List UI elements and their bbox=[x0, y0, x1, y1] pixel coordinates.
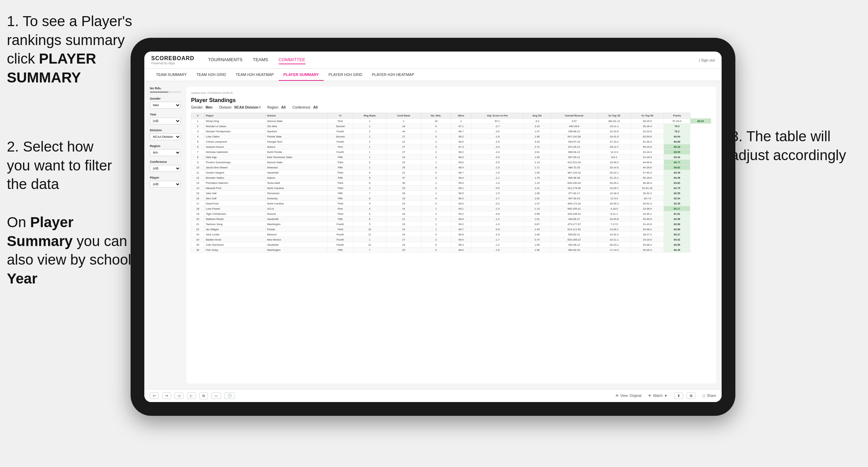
cell-value: 8-6-1 bbox=[598, 155, 631, 160]
cell-value: 1.71 bbox=[524, 165, 551, 170]
cell-value: 0 bbox=[421, 170, 451, 175]
subnav-player-summary[interactable]: PLAYER SUMMARY bbox=[279, 69, 324, 81]
cell-value: 23 bbox=[386, 186, 421, 191]
school-name: North Florida bbox=[266, 149, 327, 155]
sign-out-link[interactable]: | Sign out bbox=[699, 58, 715, 62]
cell-value: 68.4 bbox=[451, 165, 471, 170]
cell-value: 69.2 bbox=[451, 222, 471, 227]
school-name: East Tennessee State bbox=[266, 155, 327, 160]
cell-value: 0 bbox=[421, 242, 451, 247]
cell-value: Fifth bbox=[327, 175, 353, 180]
cell-value: Fifth bbox=[327, 247, 353, 253]
share-icon: ⬡ bbox=[702, 394, 705, 398]
nav-tournaments[interactable]: TOURNAMENTS bbox=[208, 56, 243, 64]
watch-btn[interactable]: 👁 Watch ▼ bbox=[648, 394, 667, 398]
division-select[interactable]: NCAA Division I bbox=[150, 133, 181, 140]
school-name: Texas A&M bbox=[266, 180, 327, 186]
undo-btn[interactable]: ↩ bbox=[150, 392, 159, 399]
cell-value: 5 bbox=[353, 211, 386, 216]
dash-btn[interactable]: — bbox=[211, 392, 221, 399]
subnav-player-h2h-grid[interactable]: PLAYER H2H GRID bbox=[324, 69, 367, 81]
sub-nav: TEAM SUMMARY TEAM H2H GRID TEAM H2H HEAT… bbox=[144, 69, 722, 81]
cell-value: 27 bbox=[386, 144, 421, 149]
points-value: 86.77 bbox=[664, 160, 690, 165]
step3-text: The table will adjust accordingly bbox=[731, 128, 846, 163]
points-value: 82.54 bbox=[664, 196, 690, 201]
nav-committee[interactable]: COMMITTEE bbox=[279, 56, 305, 64]
col-avg-sg: Avg SG bbox=[524, 113, 551, 119]
table-row: 25Cole SherwoodVanderbiltFourth1223068.3… bbox=[191, 242, 711, 247]
subnav-team-h2h-grid[interactable]: TEAM H2H GRID bbox=[192, 69, 231, 81]
cell-value: 452-66-12 bbox=[550, 242, 598, 247]
cell-value: 27-10-2 bbox=[598, 139, 631, 144]
cell-value: 1 bbox=[353, 155, 386, 160]
cell-value: 38-46-4 bbox=[631, 180, 664, 186]
cell-value: 11 bbox=[353, 232, 386, 237]
cell-value: 412-221-24 bbox=[550, 160, 598, 165]
cell-value: 35-16-4 bbox=[631, 124, 664, 129]
redo-btn[interactable]: ↪ bbox=[162, 392, 171, 399]
cell-value: Fifth bbox=[327, 191, 353, 196]
conference-label: Conference bbox=[150, 160, 181, 164]
subnav-team-summary[interactable]: TEAM SUMMARY bbox=[151, 69, 192, 81]
cell-value: 14-20-1 bbox=[598, 232, 631, 237]
forward-btn[interactable]: ▷ bbox=[187, 392, 196, 399]
cell-value: 21-43-9 bbox=[631, 222, 664, 227]
cell-value: 23 bbox=[386, 222, 421, 227]
cell-value: 18-7-3 bbox=[631, 196, 664, 201]
points-value: 83.83 bbox=[664, 180, 690, 186]
cell-value: 9 bbox=[191, 160, 204, 165]
table-scroll-area[interactable]: # Player School Yr Reg Rank Conf Rank No… bbox=[191, 113, 711, 379]
cell-value: 49-35-9 bbox=[631, 216, 664, 222]
cell-value: First bbox=[327, 119, 353, 124]
conference-select[interactable]: (All) bbox=[150, 165, 181, 172]
school-name: Tennessee bbox=[266, 191, 327, 196]
cell-value: 1.66 bbox=[524, 191, 551, 196]
cell-value: 1.15 bbox=[524, 180, 551, 186]
subnav-team-h2h-heatmap[interactable]: TEAM H2H HEATMAP bbox=[231, 69, 279, 81]
nav-teams[interactable]: TEAMS bbox=[253, 56, 268, 64]
cell-value: 473-177-57 bbox=[550, 222, 598, 227]
cell-value: 1.47 bbox=[524, 201, 551, 206]
cell-value: 68.8 bbox=[451, 232, 471, 237]
school-name: Kentucky bbox=[266, 196, 327, 201]
cell-value: Third bbox=[327, 227, 353, 232]
back-btn[interactable]: ◁ bbox=[175, 392, 183, 399]
share-btn[interactable]: ⬡ Share bbox=[702, 394, 716, 398]
year-select[interactable]: (All) First Second Third Fourth Fifth bbox=[150, 118, 181, 124]
points-value: 80.98 bbox=[664, 216, 690, 222]
print-btn[interactable]: ⊞ bbox=[687, 392, 695, 399]
cell-value: 3.10 bbox=[524, 124, 551, 129]
filter-conference: Conference: All bbox=[292, 105, 318, 109]
col-num: # bbox=[191, 113, 204, 119]
copy-btn[interactable]: ⧉ bbox=[199, 392, 208, 399]
points-value: 83.49 bbox=[664, 170, 690, 175]
cell-value: 37 bbox=[386, 175, 421, 180]
clock-btn[interactable]: 🕐 bbox=[224, 392, 235, 399]
cell-value: Fourth bbox=[327, 242, 353, 247]
table-row: 6Jackson KoivunAuburnFirst127067.3-2.02.… bbox=[191, 144, 711, 149]
table-row: 22Ian GilliganFloridaThird1024168.7-0.91… bbox=[191, 227, 711, 232]
cell-value: -3.2 bbox=[524, 119, 551, 124]
cell-value: First bbox=[327, 144, 353, 149]
cell-value: 44 bbox=[386, 129, 421, 134]
school-name: Florida State bbox=[266, 134, 327, 139]
cell-value: 23 bbox=[386, 242, 421, 247]
table-row: 8Mats EgeEast Tennessee StateFifth124268… bbox=[191, 155, 711, 160]
cell-value: 500-155-31 bbox=[550, 206, 598, 211]
filters-panel: No Rds. Gender Men Women Year (All) bbox=[150, 87, 181, 383]
download-btn[interactable]: ⬇ bbox=[674, 392, 683, 399]
player-select[interactable]: (All) bbox=[150, 181, 181, 188]
table-row: 18Luke PowellUCLAFirst424169.1-1.01.1350… bbox=[191, 206, 711, 211]
school-name: Arizona State bbox=[266, 119, 327, 124]
gender-select[interactable]: Men Women bbox=[150, 102, 181, 109]
cell-value: 1 bbox=[353, 149, 386, 155]
rds-slider[interactable] bbox=[150, 91, 181, 93]
region-label: Region bbox=[150, 144, 181, 148]
cell-value: 1 bbox=[353, 144, 386, 149]
region-select[interactable]: N/A bbox=[150, 149, 181, 156]
cell-value: 68.7 bbox=[451, 227, 471, 232]
update-time: Update time: 27/03/2024 16:56:26 bbox=[191, 91, 711, 94]
cell-value: 12 bbox=[353, 242, 386, 247]
subnav-player-h2h-heatmap[interactable]: PLAYER H2H HEATMAP bbox=[367, 69, 419, 81]
